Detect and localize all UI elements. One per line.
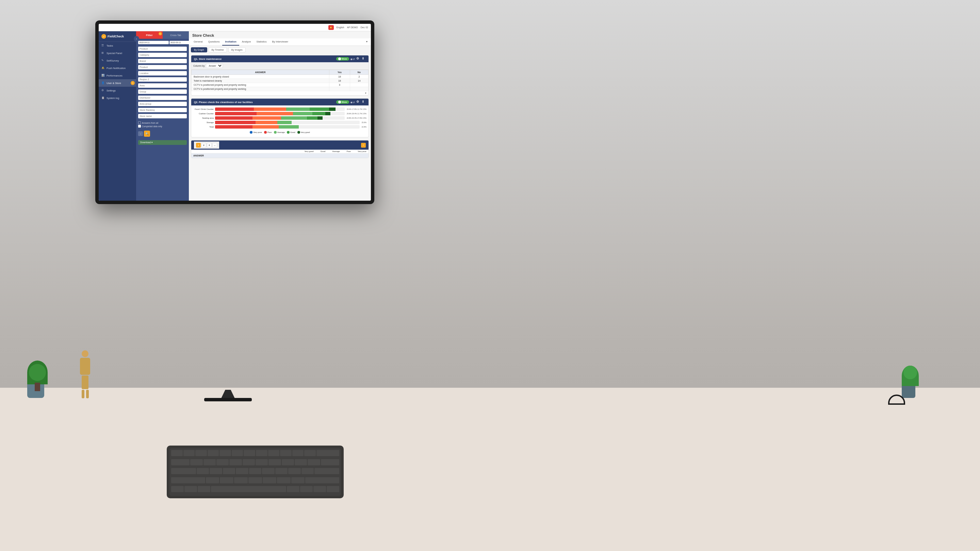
completed-data-checkbox[interactable] <box>138 125 141 127</box>
date-to-input[interactable] <box>169 41 189 44</box>
q2-settings-icon[interactable]: ⚙ <box>356 100 360 104</box>
answer-label: ANSWER <box>191 153 369 158</box>
tab-general[interactable]: General <box>191 38 205 46</box>
chart-segment-very-poor <box>215 108 254 111</box>
q1-row2-no: 14 <box>350 79 368 83</box>
chart-bar-food <box>215 108 345 111</box>
language-selector[interactable]: English <box>337 26 344 29</box>
legend-average: Average <box>274 131 285 134</box>
q2-title: Q2. Please check the cleanliness of our … <box>194 101 253 104</box>
page-next-orange[interactable]: › <box>361 143 366 148</box>
tab-invitation[interactable]: Invitation <box>222 38 239 46</box>
q1-header: Q1. Store maintenance Show ◉ 17 ⚙ ⬇ <box>191 56 369 62</box>
sidebar-item-tasks[interactable]: ☰ Tasks <box>99 42 136 49</box>
storage-seg1 <box>215 121 256 124</box>
download-label: Download ▾ <box>140 141 153 144</box>
toggle-dot <box>338 57 341 60</box>
chart-segment-average <box>286 108 310 111</box>
q1-row1-yes: 18 <box>329 75 350 79</box>
user-store-icon: 👤 <box>102 81 105 85</box>
tab-analyze[interactable]: Analyze <box>239 38 254 46</box>
sidebar-item-push-notification[interactable]: 🔔 Push Notification <box>99 64 136 72</box>
page-1[interactable]: 1 <box>196 143 201 148</box>
tabs-expand-icon[interactable]: ▾ <box>365 38 369 46</box>
sub-tab-by-timeline[interactable]: By Timeline <box>208 47 227 52</box>
sub-tab-by-graph[interactable]: By Graph <box>191 47 207 52</box>
table-row: Backroom door is properly closed 18 2 <box>192 75 369 79</box>
q1-header-actions: Show ◉ 17 ⚙ ⬇ <box>336 57 366 61</box>
brand-filter-input[interactable] <box>138 59 187 63</box>
desk-surface <box>0 388 980 551</box>
sidebar-item-selfsurvey[interactable]: ✎ SelfSurvey <box>99 57 136 64</box>
pagination-row: 1 2 3 ... <box>194 141 219 149</box>
location-filter-input[interactable] <box>138 71 187 76</box>
user-store-badge: 1 <box>130 81 135 85</box>
distributor-filter-input[interactable] <box>138 95 187 100</box>
filter-label: Filter <box>146 34 153 37</box>
q2-show-toggle[interactable]: Show <box>336 100 349 104</box>
store-ranking-filter-input[interactable] <box>138 108 187 112</box>
q1-block: Q1. Store maintenance Show ◉ 17 ⚙ ⬇ <box>191 55 369 95</box>
product2-filter-input[interactable] <box>138 65 187 69</box>
sidebar-item-performances[interactable]: 📊 Performances <box>99 72 136 79</box>
seating-seg2 <box>253 116 281 120</box>
user-menu[interactable]: AP DEMO <box>347 26 358 29</box>
q1-table: ANSWER Yes No Backroom door is properly … <box>191 70 369 91</box>
category-filter-input[interactable] <box>138 53 187 57</box>
sidebar-item-special-panel[interactable]: ⊞ Special Panel <box>99 49 136 57</box>
sidebar-item-user-store[interactable]: 👤 User & Store 1 <box>99 79 136 87</box>
download-button[interactable]: Download ▾ <box>138 140 187 145</box>
answers-from-all-checkbox[interactable] <box>138 121 141 124</box>
filter-search-button[interactable]: 🔍 <box>144 130 150 137</box>
storage-seg2 <box>256 121 277 124</box>
q1-title: Q1. Store maintenance <box>194 57 221 60</box>
cross-tab-button[interactable]: Cross-Tab <box>163 31 189 39</box>
q2-toggle-dot <box>338 101 341 103</box>
date-range-row <box>138 41 187 44</box>
mannequin-figure <box>75 350 95 398</box>
answers-from-all-label: Answers from all <box>142 122 158 124</box>
tab-questions[interactable]: Questions <box>205 38 223 46</box>
q1-settings-icon[interactable]: ⚙ <box>356 57 360 61</box>
q1-expand-icon[interactable]: ▾ <box>191 91 369 95</box>
filter-body: Answers from all Completed data only ‹ 🔍 <box>136 39 189 139</box>
sidebar-toggle-button[interactable]: ‹ <box>134 36 139 41</box>
sidebar-item-settings[interactable]: ⚙ Settings <box>99 87 136 94</box>
q2-download-icon[interactable]: ⬇ <box>362 100 366 104</box>
cashier-seg1 <box>215 112 256 115</box>
table-row: CCTV is positioned properly and properly… <box>192 83 369 87</box>
q1-download-icon[interactable]: ⬇ <box>362 57 366 61</box>
q1-show-toggle[interactable]: Show <box>336 57 349 60</box>
q2-header: Q2. Please check the cleanliness of our … <box>191 98 369 105</box>
page-2[interactable]: 2 <box>202 143 206 148</box>
column-by-select[interactable]: Answer <box>206 64 223 68</box>
col-poor: Poor <box>347 150 351 152</box>
sidebar-item-system-log[interactable]: 📋 System log <box>99 94 136 102</box>
product-filter-input[interactable] <box>138 47 187 51</box>
storage-seg3 <box>277 121 292 124</box>
filter-button[interactable]: Filter 1 <box>136 31 163 39</box>
current-date: Dec 02 <box>361 26 368 29</box>
sidebar-label-tasks: Tasks <box>107 44 113 47</box>
chart-row-total: Total 22.8% <box>193 125 366 129</box>
notification-bell-icon[interactable]: 🔔 <box>328 25 334 30</box>
area-filter-input[interactable] <box>138 83 187 88</box>
sub-tab-by-images[interactable]: By Images <box>228 47 246 52</box>
q1-row1-answer: Backroom door is properly closed <box>192 75 329 79</box>
tab-by-interviewer[interactable]: By Interviewer <box>269 38 291 46</box>
q1-row3-yes: 3 <box>329 83 350 87</box>
store-name-filter-input[interactable] <box>138 114 187 118</box>
area-group-filter-input[interactable] <box>138 102 187 106</box>
group-filter-input[interactable] <box>138 89 187 94</box>
filter-prev-button[interactable]: ‹ <box>138 131 143 136</box>
q1-col-answer: ANSWER <box>192 70 329 75</box>
monitor-base <box>204 398 252 401</box>
region2-filter-input[interactable] <box>138 77 187 82</box>
date-from-input[interactable] <box>138 41 169 44</box>
chart-legend: Very poor Poor Average <box>193 130 366 135</box>
settings-icon: ⚙ <box>102 89 105 92</box>
cashier-seg4 <box>312 112 325 115</box>
page-3[interactable]: 3 <box>207 143 212 148</box>
tab-statistics[interactable]: Statistics <box>254 38 269 46</box>
filter-panel: Filter 1 Cross-Tab <box>136 31 189 201</box>
